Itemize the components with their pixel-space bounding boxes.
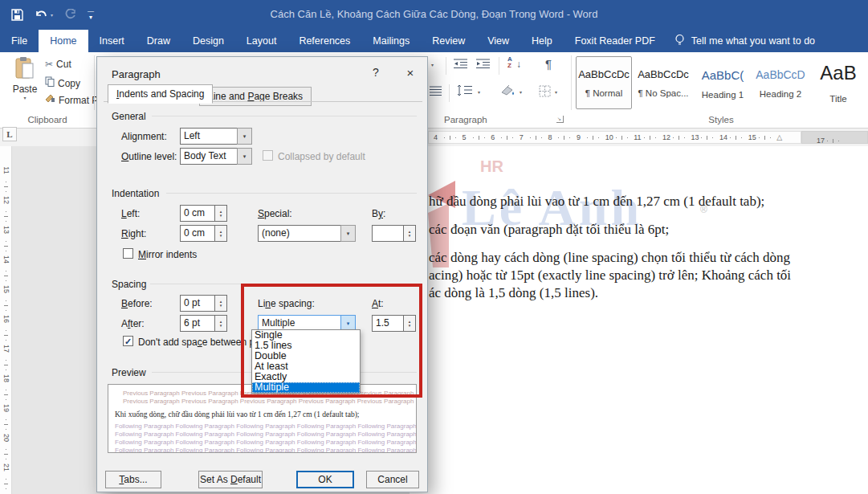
tab-foxit-reader-pdf[interactable]: Foxit Reader PDF xyxy=(564,30,666,52)
tab-insert[interactable]: Insert xyxy=(88,30,136,52)
borders-dropdown-icon[interactable]: ▾ xyxy=(555,89,557,95)
dont-add-space-checkbox[interactable]: ✓ xyxy=(123,336,133,346)
tab-draw[interactable]: Draw xyxy=(136,30,181,52)
dialog-close-button[interactable]: × xyxy=(401,66,420,82)
indent-left-label: Left: xyxy=(121,208,140,219)
borders-icon[interactable] xyxy=(539,85,551,100)
tell-me-label[interactable]: Tell me what you want to do xyxy=(691,35,815,47)
shading-dropdown-icon[interactable]: ▾ xyxy=(520,89,522,95)
ruler-number: 10 xyxy=(601,132,630,143)
word-window: ▾ —▾ Cách Căn Lề, Khoảng Cách Giữa Các D… xyxy=(0,0,868,494)
tell-me-box[interactable]: Tell me what you want to do xyxy=(666,30,823,52)
before-spinner[interactable]: ▴▾ xyxy=(215,295,227,312)
special-dropdown-icon[interactable]: ▾ xyxy=(340,225,356,242)
vertical-ruler[interactable]: 11 12 13 14 15 16 17 18 19 20 21 xyxy=(0,146,12,494)
preview-section-label: Preview xyxy=(112,367,146,378)
style-normal[interactable]: AaBbCcDc ¶ Normal xyxy=(576,56,632,109)
paragraph-dialog: Paragraph ? × Indents and Spacing Line a… xyxy=(96,56,428,492)
document-line[interactable]: ác dòng là 1,5 dòng (1,5 lines). xyxy=(429,285,598,301)
alignment-dropdown-icon[interactable]: ▾ xyxy=(237,128,252,145)
watermark-hr: HR xyxy=(480,157,503,176)
document-line[interactable]: các dòng hay cách dòng (line spacing) ch… xyxy=(429,250,790,266)
lightbulb-icon xyxy=(674,34,685,49)
indent-right-input[interactable]: 0 cm xyxy=(180,225,215,242)
paste-icon xyxy=(14,69,35,83)
shading-icon[interactable] xyxy=(500,84,516,100)
preview-following-line: Following Paragraph Following Paragraph … xyxy=(115,431,417,438)
paste-button[interactable]: Paste ▾ xyxy=(8,56,42,100)
ruler-number: 13 xyxy=(686,132,715,143)
preview-body-line: Khi xuống dòng, chữ đầu dòng phải lùi va… xyxy=(115,410,359,418)
style-no-spacing[interactable]: AaBbCcDc ¶ No Spac... xyxy=(635,56,691,109)
clipboard-group: Paste ▾ ✂Cut Copy Format P Clipboard xyxy=(0,52,95,128)
tab-references[interactable]: References xyxy=(287,30,361,52)
format-painter-button[interactable]: Format P xyxy=(45,94,98,106)
line-spacing-dropdown-icon[interactable]: ▾ xyxy=(478,89,480,95)
preview-previous-line: Previous Paragraph Previous Paragraph Pr… xyxy=(123,398,414,405)
sort-icon[interactable]: AZ xyxy=(507,56,512,69)
tab-review[interactable]: Review xyxy=(421,30,476,52)
paste-label[interactable]: Paste xyxy=(8,84,42,95)
right-indent-marker[interactable]: △ xyxy=(772,132,801,143)
special-select[interactable]: (none) xyxy=(258,225,341,242)
horizontal-ruler[interactable]: 4 5 6 7 8 9 10 11 12 13 14 15 △ xyxy=(428,131,801,144)
after-input[interactable]: 6 pt xyxy=(180,315,215,332)
ok-button[interactable]: OK xyxy=(296,471,354,488)
style-heading2[interactable]: AaBbCcD Heading 2 xyxy=(752,56,809,109)
cancel-button[interactable]: Cancel xyxy=(366,471,419,488)
indent-right-spinner[interactable]: ▴▾ xyxy=(215,225,227,242)
increase-indent-icon[interactable] xyxy=(476,59,491,72)
mirror-indents-label: Mirror indents xyxy=(138,249,197,260)
ruler-number: 21 xyxy=(2,462,10,474)
dialog-help-button[interactable]: ? xyxy=(367,66,385,82)
indent-right-label: Right: xyxy=(121,228,146,239)
outline-dropdown-icon[interactable]: ▾ xyxy=(237,148,252,165)
by-input[interactable] xyxy=(372,225,404,242)
tab-selector[interactable]: L xyxy=(2,127,17,141)
copy-button[interactable]: Copy xyxy=(45,76,80,89)
style-title[interactable]: AaB Title xyxy=(810,56,866,109)
preview-following-line: Following Paragraph Following Paragraph … xyxy=(115,439,417,446)
ruler-number: 7 xyxy=(515,132,544,143)
cut-button[interactable]: ✂Cut xyxy=(45,59,71,70)
tab-view[interactable]: View xyxy=(476,30,520,52)
by-spinner[interactable]: ▴▾ xyxy=(404,225,416,242)
outline-level-select[interactable]: Body Text xyxy=(180,148,238,165)
ruler-number: 12 xyxy=(2,194,10,206)
styles-group-label: Styles xyxy=(574,115,868,125)
after-spinner[interactable]: ▴▾ xyxy=(215,315,227,332)
document-line[interactable]: các đoạn văn (paragraph đặt tối thiểu là… xyxy=(429,222,669,238)
paragraph-dialog-launcher-icon[interactable]: ↘ xyxy=(556,116,564,123)
tab-help[interactable]: Help xyxy=(520,30,564,52)
indent-left-spinner[interactable]: ▴▾ xyxy=(215,205,227,222)
styles-group: AaBbCcDc ¶ Normal AaBbCcDc ¶ No Spac... … xyxy=(574,52,868,128)
tab-design[interactable]: Design xyxy=(181,30,235,52)
paste-dropdown-icon[interactable]: ▾ xyxy=(8,95,42,100)
set-as-default-button[interactable]: Set As Default xyxy=(198,471,263,488)
show-paragraph-marks-icon[interactable]: ¶ xyxy=(545,57,552,71)
indent-left-input[interactable]: 0 cm xyxy=(180,205,215,222)
ruler-number: 4 xyxy=(429,132,458,143)
decrease-indent-icon[interactable] xyxy=(454,59,468,72)
justify-icon[interactable] xyxy=(430,86,442,99)
tabs-button[interactable]: Tabs... xyxy=(105,471,161,488)
format-painter-icon xyxy=(45,95,55,106)
before-input[interactable]: 0 pt xyxy=(180,295,215,312)
mirror-indents-checkbox[interactable] xyxy=(123,248,133,259)
tab-line-and-page-breaks[interactable]: Line and Page Breaks xyxy=(199,87,312,106)
document-line[interactable]: acing) hoặc từ 15pt (exactly line spacin… xyxy=(429,267,791,284)
tab-home[interactable]: Home xyxy=(39,30,88,52)
paragraph-group-label: Paragraph xyxy=(444,115,487,125)
document-line[interactable]: hữ đầu dòng phải lùi vao từ 1 cm đến 1,2… xyxy=(429,194,764,210)
style-heading1[interactable]: AaBbC( Heading 1 xyxy=(695,56,751,109)
tab-indents-and-spacing[interactable]: Indents and Spacing xyxy=(108,84,213,104)
preview-following-line: Following Paragraph Following Paragraph … xyxy=(115,423,417,430)
title-bar: ▾ —▾ Cách Căn Lề, Khoảng Cách Giữa Các D… xyxy=(0,0,868,30)
alignment-select[interactable]: Left xyxy=(180,128,238,145)
line-spacing-icon[interactable] xyxy=(457,84,473,99)
tab-file[interactable]: File xyxy=(0,30,39,52)
tab-mailings[interactable]: Mailings xyxy=(361,30,421,52)
ruler-number: 12 xyxy=(658,132,687,143)
numbering-dropdown-icon[interactable]: ▾ xyxy=(431,62,434,67)
tab-layout[interactable]: Layout xyxy=(235,30,288,52)
